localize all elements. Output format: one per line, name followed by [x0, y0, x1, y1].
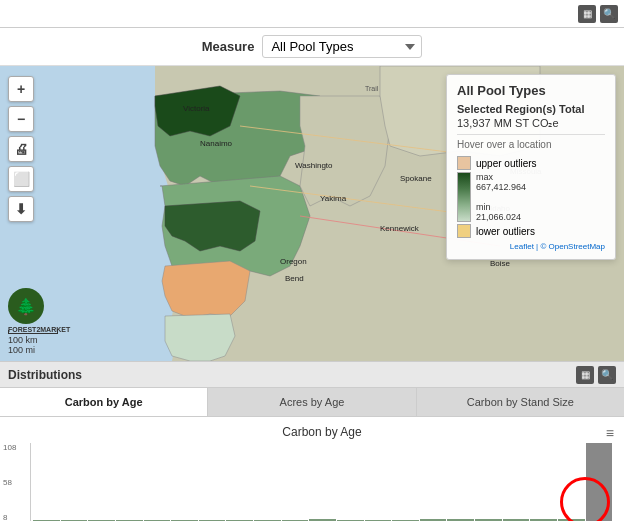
scale-km: 100 km [8, 335, 58, 345]
chart-bar-wrap [365, 443, 392, 521]
distributions-toolbar: Distributions ▦ 🔍 [0, 362, 624, 388]
grid-icon[interactable]: ▦ [578, 5, 596, 23]
chart-bar-wrap [254, 443, 281, 521]
info-subtitle: Selected Region(s) Total [457, 103, 605, 115]
legend-gradient [457, 172, 471, 222]
legend-max-label: max [476, 172, 526, 182]
map-controls: + − 🖨 ⬜ ⬇ [8, 76, 34, 222]
legend-min-value: 21,066.024 [476, 212, 526, 222]
forest2market-logo: 🌲 FOREST2MARKET [8, 288, 70, 333]
chart-bar-wrap [199, 443, 226, 521]
chart-bar-wrap [309, 443, 336, 521]
chart-bar-wrap [337, 443, 364, 521]
svg-text:Nanaimo: Nanaimo [200, 139, 233, 148]
legend-upper-swatch [457, 156, 471, 170]
tabs-row: Carbon by Age Acres by Age Carbon by Sta… [0, 388, 624, 417]
chart-bar-wrap [558, 443, 585, 521]
distributions-section: Distributions ▦ 🔍 Carbon by Age Acres by… [0, 361, 624, 521]
chart-bar-wrap [116, 443, 143, 521]
svg-text:Victoria: Victoria [183, 104, 210, 113]
legend-lower-swatch [457, 224, 471, 238]
layers-button[interactable]: ⬜ [8, 166, 34, 192]
legend-attribution[interactable]: Leaflet | © OpenStreetMap [457, 242, 605, 251]
chart-bar-wrap [171, 443, 198, 521]
svg-text:Boise: Boise [490, 259, 511, 268]
chart-bar-wrap [226, 443, 253, 521]
legend-labels: max 667,412.964 min 21,066.024 [476, 172, 526, 222]
dist-grid-icon[interactable]: ▦ [576, 366, 594, 384]
svg-text:Bend: Bend [285, 274, 304, 283]
svg-text:Spokane: Spokane [400, 174, 432, 183]
y-label-mid: 58 [3, 478, 16, 487]
info-title: All Pool Types [457, 83, 605, 98]
chart-bar-wrap [144, 443, 171, 521]
top-toolbar: ▦ 🔍 [0, 0, 624, 28]
svg-text:Kennewick: Kennewick [380, 224, 420, 233]
legend-min-label: min [476, 202, 526, 212]
dist-search-icon[interactable]: 🔍 [598, 366, 616, 384]
zoom-out-button[interactable]: − [8, 106, 34, 132]
map-section: Victoria Nanaimo Washingto Yakima Spokan… [0, 66, 624, 361]
info-value: 13,937 MM ST CO₂e [457, 117, 605, 130]
chart-menu-icon[interactable]: ≡ [606, 425, 614, 441]
y-label-bottom: 8 [3, 513, 16, 521]
chart-area: Carbon by Age 108 58 8 0-56-1011-1516-20… [0, 417, 624, 521]
tab-carbon-by-age[interactable]: Carbon by Age [0, 388, 208, 416]
chart-bar-wrap [282, 443, 309, 521]
scale-mi: 100 mi [8, 345, 58, 355]
chart-bar [586, 443, 613, 521]
info-panel: All Pool Types Selected Region(s) Total … [446, 74, 616, 260]
tab-acres-by-age[interactable]: Acres by Age [208, 388, 416, 416]
svg-text:Washingto: Washingto [295, 161, 333, 170]
chart-title: Carbon by Age [30, 425, 614, 439]
map-scale: 100 km 100 mi [8, 330, 58, 355]
chart-inner: 108 58 8 [30, 443, 614, 521]
chart-y-labels: 108 58 8 [3, 443, 16, 521]
chart-bar-wrap [33, 443, 60, 521]
export-button[interactable]: ⬇ [8, 196, 34, 222]
search-icon[interactable]: 🔍 [600, 5, 618, 23]
chart-bar-wrap [503, 443, 530, 521]
chart-bar-wrap [530, 443, 557, 521]
print-button[interactable]: 🖨 [8, 136, 34, 162]
info-hover: Hover over a location [457, 134, 605, 150]
distributions-title: Distributions [8, 368, 82, 382]
y-label-top: 108 [3, 443, 16, 452]
legend-lower-label: lower outliers [476, 226, 535, 237]
chart-bar-wrap [475, 443, 502, 521]
distributions-icons: ▦ 🔍 [576, 366, 616, 384]
measure-select[interactable]: All Pool Types Above Ground Below Ground… [262, 35, 422, 58]
tab-carbon-by-stand-size[interactable]: Carbon by Stand Size [417, 388, 624, 416]
svg-text:Trail: Trail [365, 85, 379, 92]
legend-upper-label: upper outliers [476, 158, 537, 169]
chart-bar-wrap [586, 443, 613, 521]
measure-label: Measure [202, 39, 255, 54]
svg-text:Yakima: Yakima [320, 194, 347, 203]
chart-bars [31, 443, 614, 521]
measure-row: Measure All Pool Types Above Ground Belo… [0, 28, 624, 66]
chart-bar-wrap [392, 443, 419, 521]
chart-bar-wrap [88, 443, 115, 521]
map-legend: upper outliers max 667,412.964 min 21,06… [457, 156, 605, 238]
chart-bar-wrap [447, 443, 474, 521]
svg-text:Oregon: Oregon [280, 257, 307, 266]
chart-bar-wrap [420, 443, 447, 521]
legend-max-value: 667,412.964 [476, 182, 526, 192]
zoom-in-button[interactable]: + [8, 76, 34, 102]
chart-bar-wrap [61, 443, 88, 521]
